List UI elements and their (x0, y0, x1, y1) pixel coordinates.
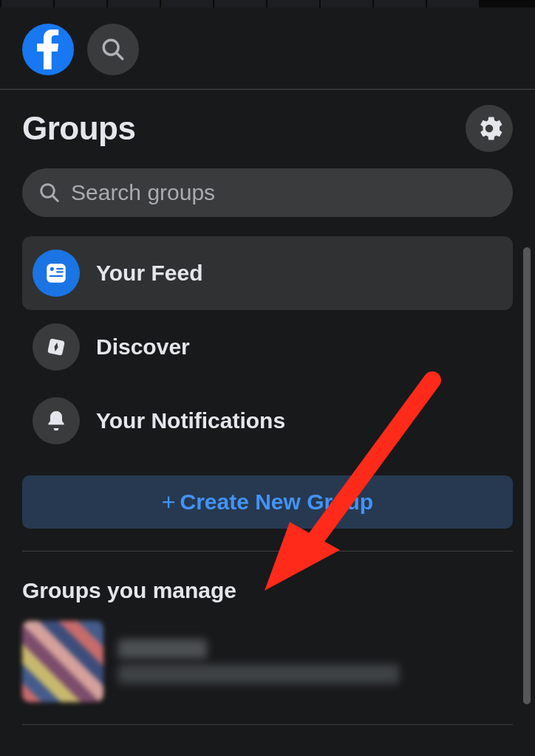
create-button-label: Create New Group (180, 489, 373, 515)
groups-you-manage-heading: Groups you manage (22, 578, 513, 603)
nav-item-notifications[interactable]: Your Notifications (22, 384, 513, 458)
nav-item-label: Your Feed (96, 261, 202, 286)
feed-icon (33, 250, 80, 297)
search-icon (100, 37, 126, 62)
nav-item-discover[interactable]: Discover (22, 310, 513, 384)
svg-line-1 (117, 53, 123, 59)
scrollbar[interactable] (523, 247, 531, 704)
plus-icon: + (162, 489, 176, 516)
section-divider (22, 551, 513, 551)
managed-group-item[interactable] (22, 621, 513, 724)
search-groups-field[interactable] (22, 168, 513, 217)
search-groups-input[interactable] (71, 180, 497, 205)
settings-button[interactable] (466, 105, 513, 152)
page-title: Groups (22, 110, 135, 147)
svg-rect-7 (56, 271, 64, 272)
nav-item-label: Discover (96, 334, 190, 360)
svg-rect-4 (47, 264, 66, 283)
nav-item-label: Your Notifications (96, 408, 285, 433)
group-text-redacted (118, 639, 399, 684)
svg-rect-8 (50, 275, 63, 277)
svg-point-5 (50, 267, 54, 271)
create-new-group-button[interactable]: + Create New Group (22, 475, 513, 529)
global-search-button[interactable] (87, 24, 139, 75)
group-thumbnail (22, 621, 103, 702)
facebook-f-icon (32, 30, 64, 69)
gear-icon (476, 115, 502, 142)
facebook-logo[interactable] (22, 24, 74, 75)
svg-rect-6 (56, 268, 64, 269)
browser-tabs-fragment (0, 0, 535, 7)
bell-icon (33, 397, 80, 444)
search-icon (38, 182, 61, 204)
svg-line-3 (52, 196, 58, 201)
groups-panel: Groups Your Feed (0, 90, 535, 725)
top-header (0, 7, 535, 89)
nav-item-your-feed[interactable]: Your Feed (22, 236, 513, 310)
discover-icon (33, 323, 80, 371)
title-row: Groups (22, 105, 513, 152)
item-divider (22, 724, 513, 725)
